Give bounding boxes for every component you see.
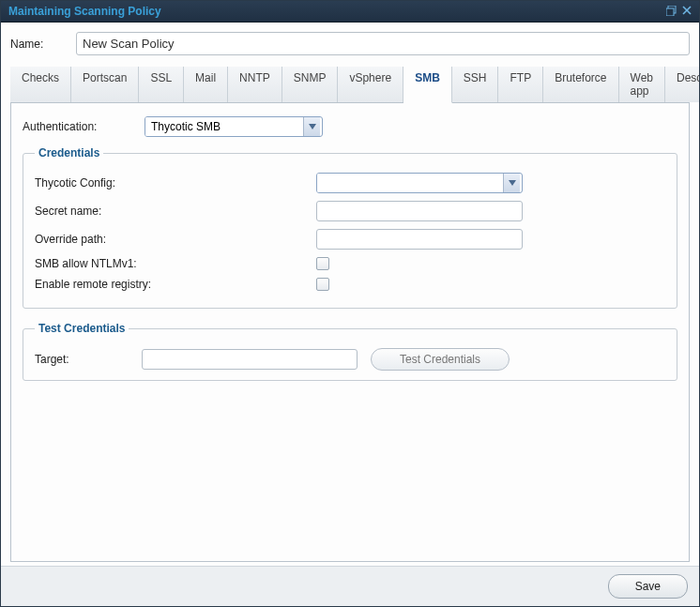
test-credentials-legend: Test Credentials bbox=[35, 322, 129, 335]
thycotic-config-select[interactable] bbox=[316, 173, 523, 193]
target-input[interactable] bbox=[142, 349, 358, 370]
tab-ftp[interactable]: FTP bbox=[498, 67, 543, 102]
save-button[interactable]: Save bbox=[608, 574, 688, 599]
override-path-row: Override path: bbox=[35, 229, 665, 250]
title-bar: Maintaining Scanning Policy bbox=[1, 1, 699, 23]
name-row: Name: bbox=[10, 32, 690, 55]
chevron-down-icon[interactable] bbox=[503, 174, 520, 192]
authentication-label: Authentication: bbox=[23, 120, 145, 133]
tab-ssh[interactable]: SSH bbox=[452, 67, 499, 102]
test-credentials-button[interactable]: Test Credentials bbox=[371, 348, 510, 371]
enable-remote-registry-row: Enable remote registry: bbox=[35, 278, 665, 291]
secret-name-label: Secret name: bbox=[35, 205, 316, 218]
thycotic-config-value[interactable] bbox=[317, 174, 503, 192]
window-controls bbox=[666, 6, 692, 18]
dialog-window: Maintaining Scanning Policy Name: Checks… bbox=[0, 0, 700, 607]
override-path-label: Override path: bbox=[35, 233, 316, 246]
dialog-footer: Save bbox=[1, 566, 699, 606]
tab-ssl[interactable]: SSL bbox=[139, 67, 184, 102]
secret-name-input[interactable] bbox=[316, 201, 523, 221]
tab-checks[interactable]: Checks bbox=[10, 67, 71, 102]
dialog-content: Name: Checks Portscan SSL Mail NNTP SNMP… bbox=[1, 23, 699, 566]
test-credentials-fieldset: Test Credentials Target: Test Credential… bbox=[23, 322, 677, 381]
authentication-value[interactable] bbox=[145, 117, 303, 136]
name-input[interactable] bbox=[76, 32, 690, 55]
tab-mail[interactable]: Mail bbox=[184, 67, 228, 102]
tab-panel-smb: Authentication: Credentials Thycotic Con… bbox=[10, 103, 690, 562]
window-title: Maintaining Scanning Policy bbox=[8, 5, 161, 18]
enable-remote-registry-checkbox[interactable] bbox=[316, 278, 329, 291]
enable-remote-registry-label: Enable remote registry: bbox=[35, 278, 316, 291]
credentials-legend: Credentials bbox=[35, 146, 103, 159]
target-label: Target: bbox=[35, 353, 129, 366]
tab-snmp[interactable]: SNMP bbox=[282, 67, 339, 102]
tab-strip: Checks Portscan SSL Mail NNTP SNMP vSphe… bbox=[10, 67, 690, 103]
smb-ntlmv1-row: SMB allow NTLMv1: bbox=[35, 257, 665, 270]
svg-rect-1 bbox=[666, 8, 674, 16]
thycotic-config-label: Thycotic Config: bbox=[35, 176, 316, 190]
authentication-row: Authentication: bbox=[23, 116, 677, 137]
credentials-fieldset: Credentials Thycotic Config: Secret name… bbox=[23, 146, 677, 309]
tab-smb[interactable]: SMB bbox=[403, 67, 452, 103]
svg-marker-5 bbox=[509, 180, 516, 186]
chevron-down-icon[interactable] bbox=[303, 117, 320, 136]
test-target-row: Target: Test Credentials bbox=[35, 348, 665, 371]
tab-description[interactable]: Description bbox=[665, 67, 699, 102]
close-icon[interactable] bbox=[682, 6, 692, 17]
svg-marker-4 bbox=[309, 124, 316, 129]
smb-ntlmv1-label: SMB allow NTLMv1: bbox=[35, 257, 316, 270]
tab-webapp[interactable]: Web app bbox=[619, 67, 665, 102]
restore-icon[interactable] bbox=[666, 6, 677, 18]
override-path-input[interactable] bbox=[316, 229, 523, 250]
smb-ntlmv1-checkbox[interactable] bbox=[316, 257, 329, 270]
name-label: Name: bbox=[10, 38, 76, 51]
thycotic-config-row: Thycotic Config: bbox=[35, 173, 665, 193]
authentication-select[interactable] bbox=[145, 116, 323, 137]
tab-bruteforce[interactable]: Bruteforce bbox=[543, 67, 618, 102]
tab-portscan[interactable]: Portscan bbox=[71, 67, 139, 102]
tab-nntp[interactable]: NNTP bbox=[228, 67, 282, 102]
tab-vsphere[interactable]: vSphere bbox=[338, 67, 403, 102]
secret-name-row: Secret name: bbox=[35, 201, 665, 221]
